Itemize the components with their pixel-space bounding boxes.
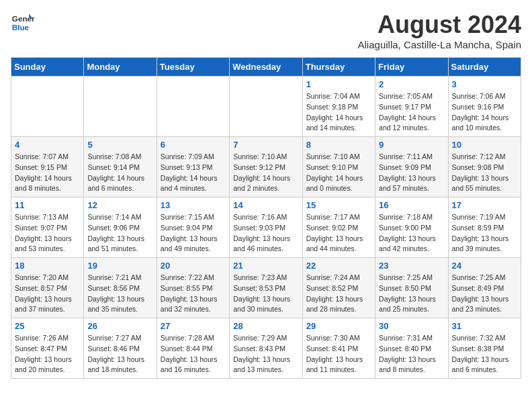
day-number: 13 [161,200,226,210]
day-number: 27 [161,321,226,331]
day-number: 7 [233,140,298,150]
day-info: Sunrise: 7:21 AM Sunset: 8:56 PM Dayligh… [87,273,152,315]
day-info: Sunrise: 7:25 AM Sunset: 8:49 PM Dayligh… [452,273,517,315]
day-info: Sunrise: 7:17 AM Sunset: 9:02 PM Dayligh… [306,212,371,255]
calendar-cell: 28Sunrise: 7:29 AM Sunset: 8:43 PM Dayli… [230,318,302,379]
calendar-cell: 9Sunrise: 7:11 AM Sunset: 9:09 PM Daylig… [375,137,448,197]
day-info: Sunrise: 7:20 AM Sunset: 8:57 PM Dayligh… [15,273,80,315]
calendar-cell: 24Sunrise: 7:25 AM Sunset: 8:49 PM Dayli… [448,258,521,318]
calendar-week-row: 25Sunrise: 7:26 AM Sunset: 8:47 PM Dayli… [11,318,521,379]
calendar-week-row: 4Sunrise: 7:07 AM Sunset: 9:15 PM Daylig… [11,137,521,197]
calendar-week-row: 18Sunrise: 7:20 AM Sunset: 8:57 PM Dayli… [11,258,521,318]
title-area: August 2024 Aliaguilla, Castille-La Manc… [358,11,521,50]
day-info: Sunrise: 7:06 AM Sunset: 9:16 PM Dayligh… [452,91,517,134]
calendar-cell: 31Sunrise: 7:32 AM Sunset: 8:38 PM Dayli… [448,318,521,379]
day-of-week-header: Wednesday [230,58,302,77]
calendar-cell [11,77,84,137]
calendar-cell: 27Sunrise: 7:28 AM Sunset: 8:44 PM Dayli… [157,318,229,379]
day-number: 20 [161,261,226,271]
day-of-week-header: Friday [375,58,448,77]
day-number: 29 [306,321,371,331]
calendar-cell: 3Sunrise: 7:06 AM Sunset: 9:16 PM Daylig… [448,77,521,137]
calendar-cell: 1Sunrise: 7:04 AM Sunset: 9:18 PM Daylig… [302,77,375,137]
day-number: 2 [379,79,444,89]
calendar-cell: 12Sunrise: 7:14 AM Sunset: 9:06 PM Dayli… [84,197,157,258]
day-info: Sunrise: 7:04 AM Sunset: 9:18 PM Dayligh… [306,91,371,134]
day-number: 28 [233,321,298,331]
day-info: Sunrise: 7:22 AM Sunset: 8:55 PM Dayligh… [161,273,226,315]
day-info: Sunrise: 7:18 AM Sunset: 9:00 PM Dayligh… [379,212,444,255]
day-info: Sunrise: 7:08 AM Sunset: 9:14 PM Dayligh… [87,152,152,194]
calendar-cell: 25Sunrise: 7:26 AM Sunset: 8:47 PM Dayli… [11,318,84,379]
day-number: 22 [306,261,371,271]
day-number: 21 [233,261,298,271]
calendar-cell: 11Sunrise: 7:13 AM Sunset: 9:07 PM Dayli… [11,197,84,258]
calendar-cell: 4Sunrise: 7:07 AM Sunset: 9:15 PM Daylig… [11,137,84,197]
calendar-cell: 20Sunrise: 7:22 AM Sunset: 8:55 PM Dayli… [157,258,229,318]
day-info: Sunrise: 7:19 AM Sunset: 8:59 PM Dayligh… [452,212,517,255]
day-number: 30 [379,321,444,331]
calendar-cell: 30Sunrise: 7:31 AM Sunset: 8:40 PM Dayli… [375,318,448,379]
day-number: 5 [87,140,152,150]
calendar-table: SundayMondayTuesdayWednesdayThursdayFrid… [11,57,521,379]
calendar-cell: 13Sunrise: 7:15 AM Sunset: 9:04 PM Dayli… [157,197,229,258]
day-info: Sunrise: 7:32 AM Sunset: 8:38 PM Dayligh… [452,333,517,375]
day-number: 15 [306,200,371,210]
day-info: Sunrise: 7:26 AM Sunset: 8:47 PM Dayligh… [15,333,80,375]
day-info: Sunrise: 7:30 AM Sunset: 8:41 PM Dayligh… [306,333,371,375]
day-number: 14 [233,200,298,210]
day-number: 16 [379,200,444,210]
day-number: 1 [306,79,371,89]
day-of-week-header: Monday [84,58,157,77]
day-info: Sunrise: 7:14 AM Sunset: 9:06 PM Dayligh… [87,212,152,255]
day-info: Sunrise: 7:24 AM Sunset: 8:52 PM Dayligh… [306,273,371,315]
day-number: 31 [452,321,517,331]
svg-text:General: General [12,14,35,23]
day-number: 25 [15,321,80,331]
day-number: 6 [161,140,226,150]
day-number: 19 [87,261,152,271]
day-number: 3 [452,79,517,89]
calendar-cell: 7Sunrise: 7:10 AM Sunset: 9:12 PM Daylig… [230,137,302,197]
day-info: Sunrise: 7:27 AM Sunset: 8:46 PM Dayligh… [87,333,152,375]
calendar-body: 1Sunrise: 7:04 AM Sunset: 9:18 PM Daylig… [11,77,521,379]
calendar-cell: 22Sunrise: 7:24 AM Sunset: 8:52 PM Dayli… [302,258,375,318]
day-info: Sunrise: 7:16 AM Sunset: 9:03 PM Dayligh… [233,212,298,255]
day-info: Sunrise: 7:15 AM Sunset: 9:04 PM Dayligh… [161,212,226,255]
calendar-cell: 23Sunrise: 7:25 AM Sunset: 8:50 PM Dayli… [375,258,448,318]
day-number: 23 [379,261,444,271]
calendar-cell: 21Sunrise: 7:23 AM Sunset: 8:53 PM Dayli… [230,258,302,318]
calendar-cell: 15Sunrise: 7:17 AM Sunset: 9:02 PM Dayli… [302,197,375,258]
calendar-cell: 5Sunrise: 7:08 AM Sunset: 9:14 PM Daylig… [84,137,157,197]
calendar-cell: 10Sunrise: 7:12 AM Sunset: 9:08 PM Dayli… [448,137,521,197]
logo-icon: General Blue [11,11,35,35]
calendar-week-row: 1Sunrise: 7:04 AM Sunset: 9:18 PM Daylig… [11,77,521,137]
day-info: Sunrise: 7:09 AM Sunset: 9:13 PM Dayligh… [161,152,226,194]
calendar-cell: 26Sunrise: 7:27 AM Sunset: 8:46 PM Dayli… [84,318,157,379]
calendar-title: August 2024 [358,11,521,39]
day-info: Sunrise: 7:11 AM Sunset: 9:09 PM Dayligh… [379,152,444,194]
day-info: Sunrise: 7:12 AM Sunset: 9:08 PM Dayligh… [452,152,517,194]
calendar-header-row: SundayMondayTuesdayWednesdayThursdayFrid… [11,58,521,77]
day-info: Sunrise: 7:28 AM Sunset: 8:44 PM Dayligh… [161,333,226,375]
calendar-cell: 18Sunrise: 7:20 AM Sunset: 8:57 PM Dayli… [11,258,84,318]
day-number: 4 [15,140,80,150]
day-number: 11 [15,200,80,210]
day-number: 9 [379,140,444,150]
day-info: Sunrise: 7:07 AM Sunset: 9:15 PM Dayligh… [15,152,80,194]
day-number: 12 [87,200,152,210]
day-of-week-header: Thursday [302,58,375,77]
day-number: 8 [306,140,371,150]
day-info: Sunrise: 7:25 AM Sunset: 8:50 PM Dayligh… [379,273,444,315]
day-number: 18 [15,261,80,271]
calendar-week-row: 11Sunrise: 7:13 AM Sunset: 9:07 PM Dayli… [11,197,521,258]
day-of-week-header: Sunday [11,58,84,77]
calendar-cell [230,77,302,137]
day-number: 17 [452,200,517,210]
svg-text:Blue: Blue [12,23,30,32]
header: General Blue August 2024 Aliaguilla, Cas… [11,11,521,50]
day-info: Sunrise: 7:10 AM Sunset: 9:12 PM Dayligh… [233,152,298,194]
day-info: Sunrise: 7:31 AM Sunset: 8:40 PM Dayligh… [379,333,444,375]
day-of-week-header: Tuesday [157,58,229,77]
logo: General Blue [11,11,35,35]
